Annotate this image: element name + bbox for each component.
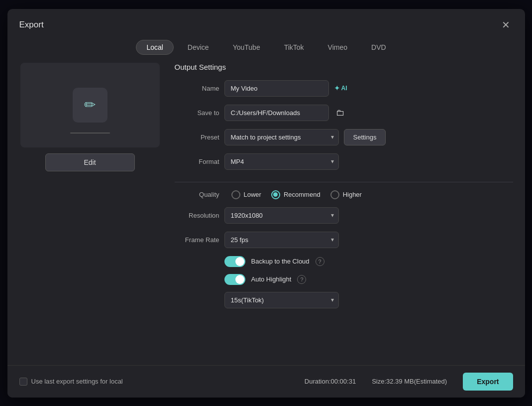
quality-recommend-option[interactable]: Recommend (271, 190, 320, 199)
use-last-checkbox[interactable] (19, 378, 27, 386)
preview-box: ✏ (20, 63, 160, 147)
backup-row: Backup to the Cloud ? (175, 256, 513, 267)
quality-lower-radio[interactable] (231, 190, 240, 199)
use-last-label: Use last export settings for local (31, 378, 123, 385)
title-bar: Export ✕ (7, 9, 525, 37)
main-content: ✏ Edit Output Settings Name ✦ AI Save to (7, 63, 525, 365)
quality-lower-label: Lower (244, 191, 261, 198)
ai-button[interactable]: ✦ AI (334, 84, 347, 93)
save-to-row: Save to 🗀 (175, 105, 513, 121)
tabs-row: Local Device YouTube TikTok Vimeo DVD (7, 37, 525, 63)
tab-tiktok[interactable]: TikTok (274, 40, 314, 54)
right-panel: Output Settings Name ✦ AI Save to 🗀 (175, 63, 517, 357)
quality-row: Quality Lower Recommend Higher (175, 190, 513, 199)
preset-select[interactable]: Match to project settings Custom (224, 129, 339, 145)
output-settings-title: Output Settings (175, 63, 513, 71)
highlight-dropdown-row: 15s(TikTok) 30s 60s ▾ (175, 292, 513, 308)
save-to-input[interactable] (224, 105, 329, 121)
resolution-select[interactable]: 1920x1080 1280x720 3840x2160 720x480 (224, 207, 339, 224)
preview-line (70, 133, 110, 134)
folder-icon: 🗀 (336, 108, 345, 118)
name-label: Name (175, 85, 219, 92)
bottom-bar: Use last export settings for local Durat… (7, 365, 525, 398)
quality-lower-option[interactable]: Lower (231, 190, 261, 199)
resolution-row: Resolution 1920x1080 1280x720 3840x2160 … (175, 207, 513, 224)
use-last-export: Use last export settings for local (19, 378, 123, 386)
name-input[interactable] (224, 80, 329, 97)
export-dialog: Export ✕ Local Device YouTube TikTok Vim… (7, 9, 525, 398)
quality-recommend-label: Recommend (284, 191, 320, 198)
tab-youtube[interactable]: YouTube (223, 40, 270, 54)
tab-dvd[interactable]: DVD (361, 40, 396, 54)
ai-label: AI (341, 85, 347, 92)
quality-higher-radio[interactable] (330, 190, 339, 199)
auto-highlight-help-icon[interactable]: ? (297, 275, 306, 284)
format-label: Format (175, 158, 219, 165)
preset-label: Preset (175, 134, 219, 141)
left-panel: ✏ Edit (15, 63, 165, 357)
frame-rate-label: Frame Rate (175, 236, 219, 244)
name-row: Name ✦ AI (175, 80, 513, 97)
duration-value: 00:00:31 (331, 378, 356, 385)
format-select[interactable]: MP4 MOV AVI MKV GIF (224, 153, 339, 170)
quality-label: Quality (175, 191, 219, 198)
preset-row: Preset Match to project settings Custom … (175, 129, 513, 145)
backup-label: Backup to the Cloud (251, 258, 310, 265)
quality-recommend-inner (273, 192, 278, 197)
size-value: 32.39 MB(Estimated) (386, 378, 447, 385)
dialog-title: Export (19, 20, 44, 30)
quality-radio-group: Lower Recommend Higher (231, 190, 362, 199)
folder-button[interactable]: 🗀 (334, 107, 347, 119)
frame-rate-select-wrapper: 25 fps 30 fps 60 fps 24 fps ▾ (224, 232, 339, 248)
quality-higher-label: Higher (343, 191, 362, 198)
auto-highlight-label: Auto Highlight (251, 275, 292, 283)
frame-rate-row: Frame Rate 25 fps 30 fps 60 fps 24 fps ▾ (175, 232, 513, 248)
quality-higher-option[interactable]: Higher (330, 190, 362, 199)
tab-local[interactable]: Local (136, 40, 173, 55)
highlight-select-wrapper: 15s(TikTok) 30s 60s ▾ (224, 292, 339, 308)
tab-vimeo[interactable]: Vimeo (318, 40, 357, 54)
quality-recommend-radio[interactable] (271, 190, 280, 199)
resolution-select-wrapper: 1920x1080 1280x720 3840x2160 720x480 ▾ (224, 207, 339, 224)
backup-toggle-knob (235, 257, 244, 266)
duration-info: Duration:00:00:31 (305, 378, 356, 385)
resolution-label: Resolution (175, 212, 219, 219)
auto-highlight-row: Auto Highlight ? (175, 274, 513, 285)
tab-device[interactable]: Device (178, 40, 219, 54)
preview-icon-box: ✏ (73, 88, 107, 123)
pencil-icon: ✏ (84, 97, 96, 113)
ai-icon: ✦ (334, 84, 340, 93)
auto-highlight-toggle-knob (235, 275, 244, 284)
export-button[interactable]: Export (463, 373, 513, 391)
format-select-wrapper: MP4 MOV AVI MKV GIF ▾ (224, 153, 339, 170)
save-to-label: Save to (175, 109, 219, 117)
format-row: Format MP4 MOV AVI MKV GIF ▾ (175, 153, 513, 170)
edit-button[interactable]: Edit (45, 153, 135, 171)
size-info: Size:32.39 MB(Estimated) (372, 378, 447, 385)
highlight-select[interactable]: 15s(TikTok) 30s 60s (224, 292, 339, 308)
preset-select-wrapper: Match to project settings Custom ▾ (224, 129, 339, 145)
size-label: Size: (372, 378, 386, 385)
bottom-info: Duration:00:00:31 Size:32.39 MB(Estimate… (305, 373, 513, 391)
backup-help-icon[interactable]: ? (316, 257, 324, 266)
close-button[interactable]: ✕ (499, 18, 513, 32)
divider (175, 182, 513, 182)
duration-label: Duration: (305, 378, 331, 385)
backup-toggle[interactable] (224, 256, 245, 267)
settings-button[interactable]: Settings (344, 129, 386, 145)
auto-highlight-toggle[interactable] (224, 274, 245, 285)
frame-rate-select[interactable]: 25 fps 30 fps 60 fps 24 fps (224, 232, 339, 248)
